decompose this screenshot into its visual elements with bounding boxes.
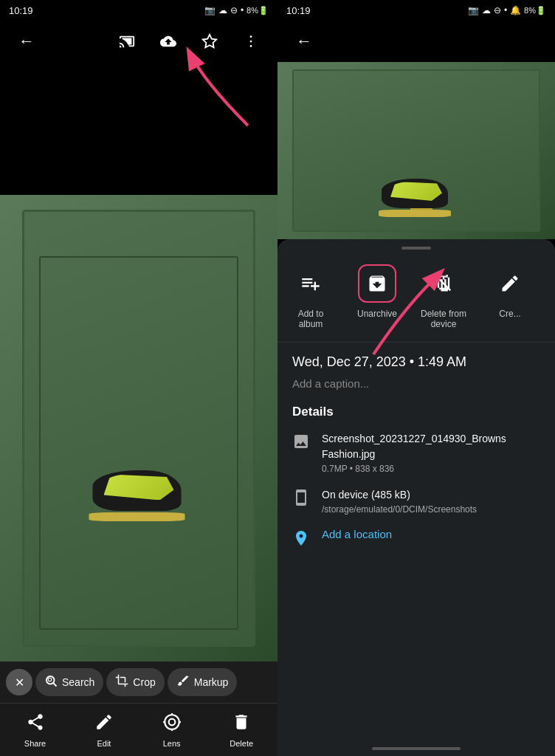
edit-label: Edit <box>97 739 111 748</box>
add-location-label[interactable]: Add a location <box>322 528 392 540</box>
delete-from-device-label: Delete fromdevice <box>421 309 466 330</box>
shoe-sole-left <box>89 512 185 521</box>
svg-point-1 <box>250 35 252 38</box>
cast-button[interactable] <box>112 27 142 56</box>
back-button[interactable]: ← <box>12 27 41 56</box>
device-detail-row: On device (485 kB) /storage/emulated/0/D… <box>292 487 540 515</box>
left-status-icons: 📷 ☁ ⊖ • 8%🔋 <box>204 5 269 16</box>
star-button[interactable] <box>195 27 224 56</box>
delete-nav-item[interactable]: Delete <box>230 712 253 748</box>
create-action[interactable]: Cre... <box>477 261 543 333</box>
right-time: 10:19 <box>286 5 311 16</box>
right-photo <box>278 62 555 239</box>
search-tool-button[interactable]: Search <box>35 668 103 696</box>
close-button[interactable]: ✕ <box>6 669 32 695</box>
sheet-handle <box>401 247 431 250</box>
bottom-nav: Share Edit Lens <box>0 703 278 756</box>
shoe-body-left <box>93 470 182 511</box>
lens-label: Lens <box>163 739 181 748</box>
unarchive-icon-wrap <box>358 264 396 303</box>
file-meta: 0.7MP • 838 x 836 <box>322 464 540 474</box>
svg-marker-0 <box>203 35 216 47</box>
search-icon <box>44 674 58 690</box>
shoe-accent-left <box>104 474 174 500</box>
right-shoe-body <box>382 179 448 208</box>
unarchive-label: Unarchive <box>357 309 397 319</box>
right-status-bar: 10:19 📷 ☁ ⊖ • 🔔 8%🔋 <box>278 0 555 21</box>
file-detail-row: Screenshot_20231227_014930_Browns Fashio… <box>292 431 540 474</box>
lens-nav-item[interactable]: Lens <box>162 712 182 748</box>
svg-point-8 <box>168 718 175 725</box>
device-storage: On device (485 kB) <box>322 487 540 503</box>
photo-date: Wed, Dec 27, 2023 • 1:49 AM <box>292 354 540 370</box>
markup-icon <box>176 674 190 690</box>
delete-label: Delete <box>230 739 253 748</box>
lens-icon <box>162 712 182 736</box>
share-icon <box>26 712 45 736</box>
black-area-top <box>0 62 278 195</box>
details-heading: Details <box>292 405 540 419</box>
caption-placeholder[interactable]: Add a caption... <box>292 377 540 390</box>
delete-icon <box>232 712 251 736</box>
add-to-album-label: Add toalbum <box>298 309 324 330</box>
home-bar <box>372 747 461 750</box>
right-top-bar: ← <box>278 21 555 62</box>
delete-from-device-action[interactable]: Delete fromdevice <box>410 261 477 333</box>
location-text-block: Add a location <box>322 528 540 541</box>
shoe-container-left <box>93 470 185 521</box>
crop-icon <box>115 674 128 690</box>
add-to-album-icon-wrap <box>292 264 330 303</box>
home-indicator <box>278 741 555 756</box>
right-shoe-sole <box>379 210 451 217</box>
file-name: Screenshot_20231227_014930_Browns Fashio… <box>322 431 540 462</box>
bottom-sheet: Add toalbum Unarchive <box>278 239 555 756</box>
delete-from-device-icon-wrap <box>424 264 463 303</box>
info-area: Wed, Dec 27, 2023 • 1:49 AM Add a captio… <box>278 343 555 741</box>
device-icon <box>292 489 310 511</box>
file-text-block: Screenshot_20231227_014930_Browns Fashio… <box>322 431 540 474</box>
door-panel-inner-left <box>39 256 238 630</box>
device-path: /storage/emulated/0/DCIM/Screenshots <box>322 504 540 515</box>
crop-label: Crop <box>133 676 155 688</box>
actions-row: Add toalbum Unarchive <box>278 255 555 343</box>
location-icon <box>292 529 310 551</box>
device-text-block: On device (485 kB) /storage/emulated/0/D… <box>322 487 540 515</box>
shoe-photo-left <box>0 195 278 662</box>
svg-point-2 <box>250 41 252 43</box>
upload-button[interactable] <box>154 27 183 56</box>
add-to-album-action[interactable]: Add toalbum <box>278 261 344 333</box>
svg-point-7 <box>165 715 179 729</box>
create-label: Cre... <box>499 309 520 319</box>
svg-line-5 <box>53 683 56 686</box>
svg-point-4 <box>46 676 55 684</box>
left-panel: 10:19 📷 ☁ ⊖ • 8%🔋 ← <box>0 0 278 756</box>
unarchive-action[interactable]: Unarchive <box>344 261 410 333</box>
edit-nav-item[interactable]: Edit <box>94 712 114 748</box>
more-button[interactable] <box>236 27 266 56</box>
left-status-bar: 10:19 📷 ☁ ⊖ • 8%🔋 <box>0 0 278 21</box>
right-back-button[interactable]: ← <box>289 27 319 56</box>
file-icon <box>292 433 310 455</box>
left-top-bar: ← <box>0 21 278 62</box>
svg-point-3 <box>250 45 252 47</box>
share-label: Share <box>24 739 46 748</box>
left-time: 10:19 <box>9 5 33 16</box>
right-shoe-container <box>382 179 451 217</box>
edit-icon <box>94 712 114 736</box>
right-status-icons: 📷 ☁ ⊖ • 🔔 8%🔋 <box>468 5 546 16</box>
bottom-toolbar: ✕ Search Crop <box>0 662 278 703</box>
markup-tool-button[interactable]: Markup <box>168 668 238 696</box>
door-panel-left <box>22 210 255 647</box>
create-icon-wrap <box>491 264 529 303</box>
markup-label: Markup <box>194 676 229 688</box>
crop-tool-button[interactable]: Crop <box>106 668 164 696</box>
svg-point-6 <box>48 678 52 681</box>
right-panel: 10:19 📷 ☁ ⊖ • 🔔 8%🔋 ← <box>278 0 555 756</box>
right-shoe-accent <box>390 182 442 201</box>
location-detail-row: Add a location <box>292 528 540 551</box>
search-label: Search <box>62 676 94 688</box>
photo-area-left <box>0 195 278 662</box>
share-nav-item[interactable]: Share <box>24 712 46 748</box>
